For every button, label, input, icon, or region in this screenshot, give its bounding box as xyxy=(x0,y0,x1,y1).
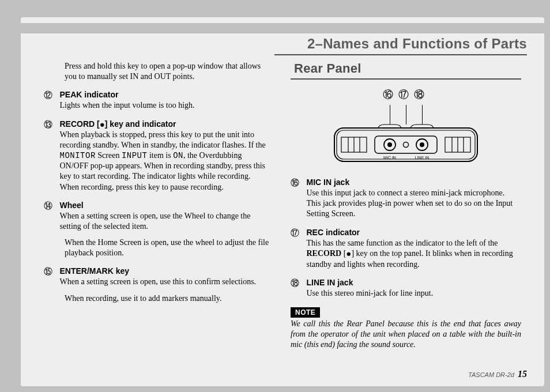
header-band xyxy=(21,23,544,33)
item-title: LINE IN jack xyxy=(307,278,353,287)
svg-text:LINE IN: LINE IN xyxy=(415,156,430,160)
item-number: ⑫ xyxy=(44,90,58,100)
right-item-list: ⑯ MIC IN jack Use this input jack to con… xyxy=(291,178,521,299)
item-mic-in: ⑯ MIC IN jack Use this input jack to con… xyxy=(291,178,521,220)
svg-text:MIC IN: MIC IN xyxy=(383,156,396,160)
item-title: MIC IN jack xyxy=(307,178,350,187)
item-text: Lights when the input volume is too high… xyxy=(60,100,268,111)
item-body: MIC IN jack Use this input jack to conne… xyxy=(307,178,518,220)
sub-section-title: Rear Panel xyxy=(291,61,521,80)
item-body: ENTER/MARK key When a setting screen is … xyxy=(60,266,268,287)
item-body: RECORD [●] key and indicator When playba… xyxy=(60,119,268,193)
right-column: Rear Panel ⑯⑰⑱ xyxy=(291,61,521,350)
record-dot-icon: ● xyxy=(346,249,351,258)
item-rec-indicator: ⑰ REC indicator This has the same functi… xyxy=(291,228,521,270)
item-text: When a setting screen is open, use this … xyxy=(60,277,268,287)
leader-line xyxy=(422,105,423,125)
columns: Press and hold this key to open a pop-up… xyxy=(44,61,527,363)
item-body: PEAK indicator Lights when the input vol… xyxy=(60,90,268,111)
lcd-text: INPUT xyxy=(122,151,148,160)
footer-page-number: 15 xyxy=(518,369,527,379)
lcd-text: ON xyxy=(173,151,183,160)
item-number: ⑬ xyxy=(44,119,58,130)
item-title: Wheel xyxy=(60,201,84,210)
callout-18: ⑱ xyxy=(414,89,430,100)
rear-panel-diagram: ⑯⑰⑱ xyxy=(328,88,484,167)
section-rule xyxy=(274,54,527,55)
note-box: NOTE We call this the Rear Panel because… xyxy=(291,307,521,350)
item-title: ENTER/MARK key xyxy=(60,266,130,276)
manual-page: 2–Names and Functions of Parts Press and… xyxy=(21,17,544,386)
text-mid: item is xyxy=(147,151,173,160)
lcd-text: MONITOR xyxy=(60,151,96,160)
note-chip: NOTE xyxy=(291,307,320,318)
svg-rect-0 xyxy=(334,128,477,161)
item-text: Use this input jack to connect a stereo … xyxy=(307,188,518,220)
item-text-2: When recording, use it to add markers ma… xyxy=(65,293,274,304)
callout-numbers: ⑯⑰⑱ xyxy=(328,88,484,101)
section-title: 2–Names and Functions of Parts xyxy=(307,36,527,52)
item-wheel: ⑭ Wheel When a setting screen is open, u… xyxy=(44,201,274,259)
callout-leaders xyxy=(342,105,469,125)
text-mid: Screen xyxy=(96,151,122,160)
bold-key-name: RECORD xyxy=(307,249,342,258)
item-title: PEAK indicator xyxy=(60,90,119,99)
svg-rect-1 xyxy=(337,130,475,159)
item-body: LINE IN jack Use this stereo mini-jack f… xyxy=(307,278,518,299)
record-dot-icon: ● xyxy=(100,119,105,129)
leader-line xyxy=(406,105,406,125)
text-pre: This has the same function as the indica… xyxy=(307,239,498,247)
item-text: This has the same function as the indica… xyxy=(307,238,518,270)
left-item-list: ⑫ PEAK indicator Lights when the input v… xyxy=(44,90,274,303)
item-body: REC indicator This has the same function… xyxy=(307,228,518,270)
item-title: RECORD [●] key and indicator xyxy=(60,119,176,129)
footer-model: TASCAM DR-2d xyxy=(468,371,514,378)
leader-line xyxy=(390,105,390,125)
svg-point-12 xyxy=(387,142,392,147)
item-peak: ⑫ PEAK indicator Lights when the input v… xyxy=(44,90,274,111)
item-number: ⑮ xyxy=(44,266,58,277)
note-text: We call this the Rear Panel because this… xyxy=(291,319,521,350)
intro-text: Press and hold this key to open a pop-up… xyxy=(65,61,274,82)
svg-point-15 xyxy=(420,142,424,147)
item-text: When playback is stopped, press this key… xyxy=(60,130,268,193)
left-column: Press and hold this key to open a pop-up… xyxy=(44,61,274,312)
page-footer: TASCAM DR-2d 15 xyxy=(468,369,527,379)
callout-17: ⑰ xyxy=(398,89,414,100)
svg-point-13 xyxy=(404,142,409,148)
item-body: Wheel When a setting screen is open, use… xyxy=(60,201,268,232)
item-number: ⑭ xyxy=(44,201,58,211)
item-enter-mark: ⑮ ENTER/MARK key When a setting screen i… xyxy=(44,266,274,303)
item-number: ⑯ xyxy=(291,178,304,188)
item-record: ⑬ RECORD [●] key and indicator When play… xyxy=(44,119,274,193)
item-line-in: ⑱ LINE IN jack Use this stereo mini-jack… xyxy=(291,278,521,299)
device-outline-icon: MIC IN LINE IN xyxy=(333,122,479,167)
item-number: ⑰ xyxy=(291,228,304,238)
item-title: REC indicator xyxy=(307,228,360,237)
item-text: When a setting screen is open, use the W… xyxy=(60,211,268,232)
item-text-2: When the Home Screen is open, use the wh… xyxy=(65,238,274,258)
item-number: ⑱ xyxy=(291,278,304,288)
callout-16: ⑯ xyxy=(383,89,398,100)
text-pre: When playback is stopped, press this key… xyxy=(60,130,266,149)
item-text: Use this stereo mini-jack for line input… xyxy=(307,288,518,299)
